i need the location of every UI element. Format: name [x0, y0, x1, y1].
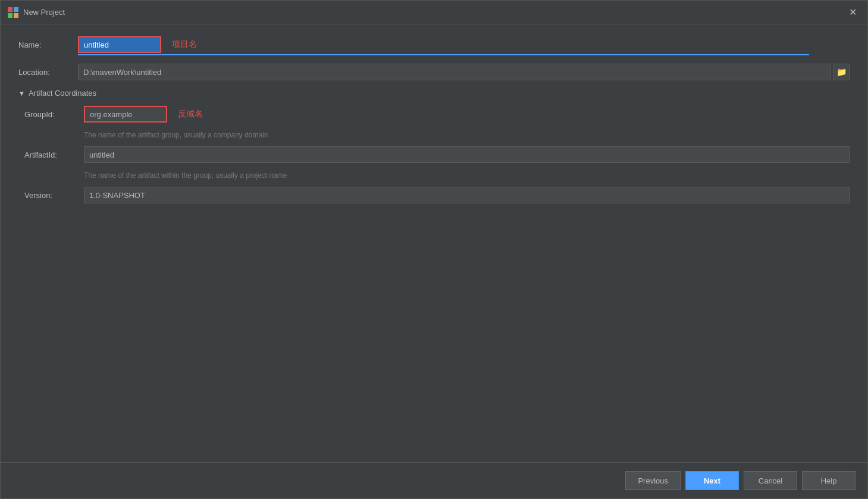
- dialog-footer: Previous Next Cancel Help: [1, 462, 867, 498]
- next-button[interactable]: Next: [685, 471, 739, 490]
- artifactid-description: The name of the artifact within the grou…: [84, 171, 850, 180]
- new-project-dialog: New Project ✕ Name: 项目名 Location: 📁: [0, 0, 868, 499]
- svg-rect-3: [14, 13, 18, 18]
- folder-icon: 📁: [836, 67, 847, 77]
- app-icon: [8, 7, 18, 18]
- artifact-coordinates-label: Artifact Coordinates: [29, 89, 96, 98]
- help-button[interactable]: Help: [802, 471, 856, 490]
- svg-rect-0: [8, 7, 12, 12]
- close-button[interactable]: ✕: [845, 7, 860, 18]
- browse-folder-button[interactable]: 📁: [833, 64, 850, 80]
- groupid-hint: 反域名: [178, 109, 203, 120]
- groupid-input-wrapper: 反域名: [84, 106, 203, 123]
- svg-rect-2: [8, 13, 12, 18]
- name-label: Name:: [18, 40, 78, 49]
- name-row: Name: 项目名: [18, 36, 850, 53]
- location-row: Location: 📁: [18, 64, 850, 80]
- name-input-wrapper: 项目名: [78, 36, 850, 53]
- artifact-section: GroupId: 反域名 The name of the artifact gr…: [24, 106, 850, 203]
- artifactid-row: ArtifactId:: [24, 146, 850, 163]
- collapse-arrow-icon: ▼: [18, 90, 25, 97]
- version-label: Version:: [24, 191, 84, 200]
- groupid-row: GroupId: 反域名: [24, 106, 850, 123]
- artifactid-label: ArtifactId:: [24, 150, 84, 159]
- artifactid-input[interactable]: [84, 146, 850, 163]
- name-underline: [78, 54, 809, 55]
- location-input-wrapper: 📁: [78, 64, 850, 80]
- version-row: Version:: [24, 187, 850, 203]
- cancel-button[interactable]: Cancel: [744, 471, 797, 490]
- dialog-title: New Project: [23, 8, 845, 17]
- artifact-coordinates-section-header[interactable]: ▼ Artifact Coordinates: [18, 89, 850, 98]
- name-input[interactable]: [78, 36, 161, 53]
- groupid-input[interactable]: [84, 106, 167, 123]
- form-content: Name: 项目名 Location: 📁 ▼ Artifact Coordin…: [1, 24, 867, 462]
- groupid-label: GroupId:: [24, 110, 84, 119]
- groupid-description: The name of the artifact group, usually …: [84, 131, 850, 139]
- version-input[interactable]: [84, 187, 850, 203]
- svg-rect-1: [14, 7, 18, 12]
- location-input[interactable]: [78, 64, 831, 80]
- previous-button[interactable]: Previous: [625, 471, 681, 490]
- location-label: Location:: [18, 68, 78, 77]
- name-hint: 项目名: [172, 39, 197, 50]
- title-bar: New Project ✕: [1, 1, 867, 24]
